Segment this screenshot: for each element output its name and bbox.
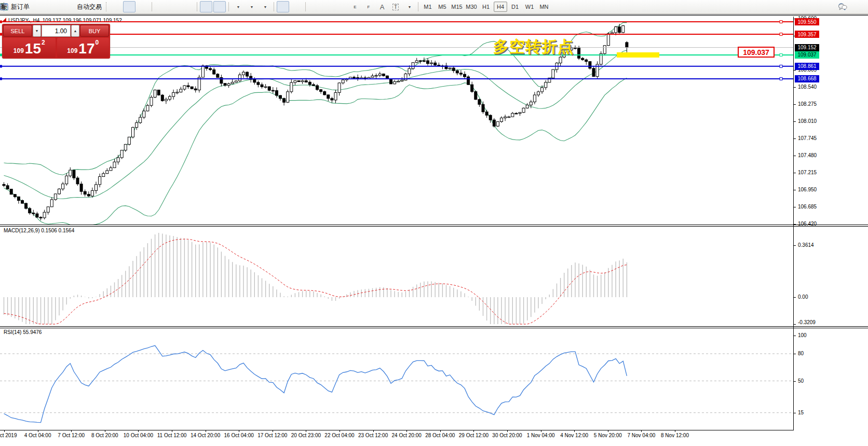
line-handle[interactable] bbox=[780, 77, 782, 80]
price-badge-108.861: 108.861 bbox=[795, 63, 819, 70]
line-handle[interactable] bbox=[0, 65, 2, 67]
rsi-pane[interactable] bbox=[0, 328, 794, 430]
time-tick-mark bbox=[105, 430, 105, 432]
rsi-tick-label: 15 bbox=[798, 410, 804, 415]
horizontal-line-tool-button[interactable] bbox=[322, 1, 334, 12]
candle bbox=[165, 99, 167, 101]
channel-tool-button[interactable]: E bbox=[349, 1, 361, 12]
sell-price-display[interactable]: 109 15 2 bbox=[3, 38, 56, 58]
macd-tick-label: -0.3209 bbox=[798, 319, 816, 325]
line-handle[interactable] bbox=[780, 53, 782, 56]
candle bbox=[209, 68, 212, 69]
candle bbox=[626, 43, 628, 48]
timeframe-button-m30[interactable]: M30 bbox=[465, 2, 478, 12]
candle bbox=[430, 63, 433, 64]
timeframe-button-h4[interactable]: H4 bbox=[494, 2, 507, 12]
bar-chart-button[interactable] bbox=[110, 1, 122, 12]
line-handle[interactable] bbox=[0, 77, 2, 80]
trendline-tool-button[interactable] bbox=[335, 1, 348, 12]
price-callout-label[interactable]: 109.037 bbox=[738, 47, 775, 58]
buy-button[interactable]: BUY bbox=[80, 25, 109, 37]
time-tick-mark bbox=[340, 430, 340, 432]
signals-button[interactable] bbox=[60, 1, 72, 12]
indicators-button[interactable]: ▼ bbox=[232, 1, 244, 12]
buy-price-display[interactable]: 109 17 0 bbox=[57, 38, 110, 58]
rsi-tick-mark bbox=[793, 381, 796, 382]
macd-pane[interactable] bbox=[0, 227, 794, 326]
symbols-button[interactable] bbox=[33, 1, 45, 12]
candle bbox=[275, 91, 278, 95]
candle bbox=[511, 113, 514, 117]
candle bbox=[371, 76, 374, 77]
new-order-button[interactable]: 新订单 bbox=[7, 1, 32, 12]
candle bbox=[227, 83, 230, 85]
candle bbox=[522, 108, 525, 112]
candle bbox=[50, 200, 53, 207]
autotrading-button[interactable]: 自动交易 bbox=[73, 1, 104, 12]
text-label-tool-button[interactable]: T bbox=[389, 1, 402, 12]
line-handle[interactable] bbox=[780, 21, 782, 23]
zoom-out-button[interactable] bbox=[168, 1, 181, 12]
chat-button[interactable] bbox=[852, 1, 864, 12]
chart-annotation-text[interactable]: 多空转折点 bbox=[493, 36, 574, 58]
line-handle[interactable] bbox=[780, 65, 782, 67]
candle bbox=[264, 87, 267, 88]
timeframe-button-h1[interactable]: H1 bbox=[479, 2, 493, 12]
timeframe-button-mn[interactable]: MN bbox=[537, 2, 551, 12]
templates-button[interactable]: ▼ bbox=[259, 1, 271, 12]
candle bbox=[301, 81, 304, 82]
arrows-tool-button[interactable]: ▼ bbox=[403, 1, 415, 12]
candle bbox=[308, 82, 311, 85]
chat-icon bbox=[838, 3, 847, 11]
rsi-tick-mark bbox=[793, 413, 796, 413]
text-tool-button[interactable]: A bbox=[376, 1, 388, 12]
timeframe-button-d1[interactable]: D1 bbox=[508, 2, 522, 12]
line-handle[interactable] bbox=[780, 33, 782, 36]
fibonacci-tool-button[interactable]: F bbox=[362, 1, 375, 12]
periods-button[interactable]: ▼ bbox=[245, 1, 257, 12]
sell-button[interactable]: SELL bbox=[3, 25, 32, 37]
candle bbox=[194, 89, 197, 90]
volume-input[interactable]: 1.00 bbox=[42, 25, 71, 37]
tile-windows-button[interactable] bbox=[182, 1, 194, 12]
price-tick-label: 107.745 bbox=[798, 135, 817, 141]
profile-button[interactable] bbox=[46, 1, 59, 12]
cursor-tool-button[interactable] bbox=[277, 1, 289, 12]
horizontal-level-lines[interactable] bbox=[0, 21, 793, 80]
auto-scroll-button[interactable] bbox=[200, 1, 212, 12]
candle bbox=[32, 213, 35, 214]
timeframe-button-w1[interactable]: W1 bbox=[523, 2, 536, 12]
timeframe-button-m5[interactable]: M5 bbox=[436, 2, 449, 12]
candle bbox=[54, 194, 57, 200]
candle bbox=[106, 171, 108, 174]
candlestick-chart-button[interactable] bbox=[123, 1, 135, 12]
candle bbox=[415, 61, 418, 63]
text-tool-icon: A bbox=[380, 4, 385, 10]
price-tick-label: 106.950 bbox=[798, 187, 817, 192]
candle bbox=[526, 105, 528, 108]
time-label: 28 Oct 04:00 bbox=[425, 433, 455, 438]
timeframe-button-m15[interactable]: M15 bbox=[450, 2, 464, 12]
chart-shift-button[interactable] bbox=[213, 1, 226, 12]
candle bbox=[235, 81, 237, 82]
crosshair-tool-button[interactable] bbox=[290, 1, 303, 12]
price-chart-pane[interactable] bbox=[0, 16, 794, 225]
line-handle[interactable] bbox=[0, 21, 2, 23]
buy-price-sup: 0 bbox=[96, 39, 99, 46]
price-tick-mark bbox=[793, 173, 796, 173]
candle bbox=[449, 68, 451, 69]
highlight-bar[interactable] bbox=[617, 52, 659, 58]
timeframe-button-m1[interactable]: M1 bbox=[421, 2, 435, 12]
candle bbox=[581, 58, 584, 60]
zoom-in-button[interactable] bbox=[155, 1, 167, 12]
time-tick-mark bbox=[138, 430, 139, 432]
vertical-line-tool-button[interactable] bbox=[308, 1, 321, 12]
line-chart-button[interactable] bbox=[137, 1, 149, 12]
dropdown-caret-icon: ▼ bbox=[250, 5, 254, 9]
volume-increase-button[interactable]: ▲ bbox=[71, 25, 79, 37]
volume-decrease-button[interactable]: ▼ bbox=[33, 25, 41, 37]
time-tick-mark bbox=[440, 430, 441, 432]
candle bbox=[515, 113, 518, 114]
candle bbox=[47, 207, 49, 212]
rsi-tick-mark bbox=[793, 354, 796, 354]
